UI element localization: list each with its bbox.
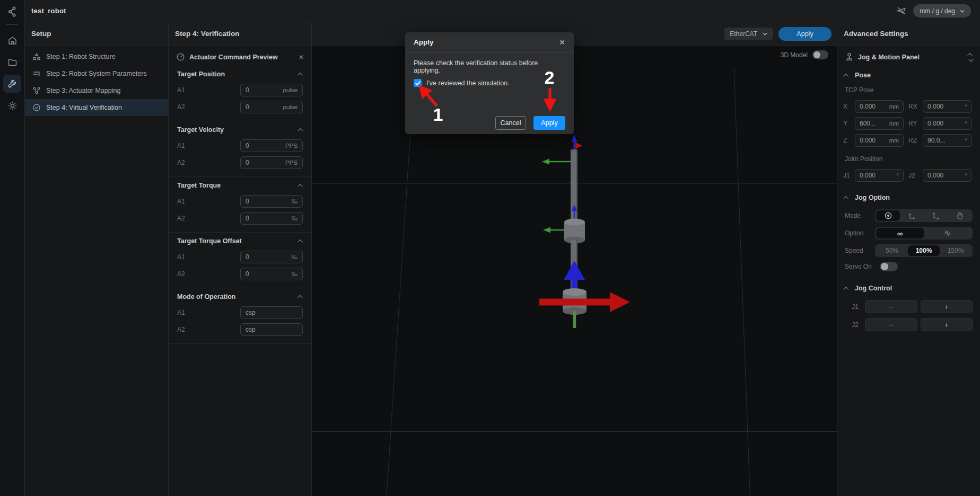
verification-title: Step 4: Verification — [175, 30, 240, 38]
target-position-a1-input[interactable]: 0 pulse — [240, 84, 303, 96]
option-step-segment[interactable] — [924, 228, 972, 238]
speed-100-segment[interactable]: 100% — [908, 245, 940, 256]
mode-joint-jog-segment[interactable] — [876, 210, 900, 221]
tcp-rz-input[interactable]: 90.0... ° — [923, 134, 972, 147]
cancel-button[interactable]: Cancel — [495, 116, 526, 130]
tcp-rx-input[interactable]: 0.000 ° — [923, 100, 972, 113]
tcp-ry-input[interactable]: 0.000 ° — [923, 117, 972, 130]
input-unit: pulse — [283, 87, 298, 93]
chevron-up-icon[interactable] — [298, 295, 303, 300]
speed-50-segment[interactable]: 50% — [876, 245, 908, 256]
actuator-row: A1 0 ‰ — [177, 195, 303, 208]
top-bar: test_robot mm / g / deg — [25, 0, 980, 22]
app-logo-icon — [6, 6, 18, 17]
tcp-z-input[interactable]: 0.000 mm — [855, 134, 904, 147]
jog-option-section-header[interactable]: Jog Option — [837, 189, 980, 205]
folder-icon — [7, 57, 18, 67]
option-label: Option — [845, 229, 875, 237]
j2-minus-button[interactable]: − — [865, 318, 917, 331]
sidebar-item-step3[interactable]: Step 3: Actuator Mapping — [25, 82, 168, 99]
mode-a2-input[interactable]: csp — [240, 323, 303, 336]
structure-icon — [32, 52, 41, 61]
tcp-x-input[interactable]: 0.000 mm — [855, 100, 904, 113]
target-torque-a2-input[interactable]: 0 ‰ — [240, 212, 303, 225]
jog-axis-label: J2 — [845, 321, 862, 329]
wrench-icon — [7, 79, 18, 89]
mode-cartesian-segment[interactable] — [900, 210, 924, 221]
setup-tools-button[interactable] — [3, 75, 21, 93]
left-icon-rail — [0, 0, 25, 496]
mode-label: Mode — [845, 212, 875, 219]
jog-j2-row: J2 − + — [837, 318, 980, 331]
sidebar-item-step4[interactable]: Step 4: Virtual Verification — [25, 99, 168, 116]
chevron-up-icon[interactable] — [298, 128, 303, 133]
target-velocity-a2-input[interactable]: 0 PPS — [240, 156, 303, 169]
input-unit: PPS — [285, 143, 298, 149]
header-apply-button[interactable]: Apply — [778, 27, 832, 41]
target-torque-section: Target Torque A1 0 ‰ A2 0 ‰ — [169, 177, 311, 233]
option-continuous-segment[interactable]: ∞ — [876, 228, 924, 238]
target-torque-offset-a2-input[interactable]: 0 ‰ — [240, 268, 303, 280]
input-value: 0 — [246, 270, 249, 278]
input-unit: ‰ — [292, 271, 298, 277]
tcp-y-input[interactable]: 600... mm — [855, 117, 904, 130]
jog-control-section-header[interactable]: Jog Control — [837, 280, 980, 295]
input-value: 0 — [246, 142, 249, 149]
target-torque-offset-a1-input[interactable]: 0 ‰ — [240, 251, 303, 263]
target-position-a2-input[interactable]: 0 pulse — [240, 101, 303, 113]
joint-j2-input[interactable]: 0.000 ° — [923, 169, 972, 182]
joint-row: J1 0.000 ° J2 0.000 ° — [837, 169, 980, 182]
protocol-dropdown[interactable]: EtherCAT — [724, 28, 773, 40]
tcp-row-z: Z 0.000 mm RZ 90.0... ° — [837, 134, 980, 147]
close-icon[interactable]: ✕ — [299, 54, 304, 61]
collapse-panel-icon[interactable] — [969, 53, 973, 61]
reviewed-checkbox[interactable] — [414, 79, 422, 87]
chevron-up-icon[interactable] — [298, 239, 303, 244]
setup-title: Setup — [31, 30, 51, 38]
actuator-row: A2 0 PPS — [177, 156, 303, 169]
scene-3d[interactable]: 3D Model — [312, 46, 837, 496]
apply-button[interactable]: Apply — [533, 116, 565, 130]
target-torque-a1-input[interactable]: 0 ‰ — [240, 195, 303, 208]
verification-panel-header: Step 4: Verification — [169, 22, 311, 46]
chevron-up-icon[interactable] — [298, 72, 303, 77]
advanced-panel-header: Advanced Settings — [837, 22, 980, 46]
field-label: J1 — [843, 172, 855, 179]
input-unit: pulse — [283, 104, 298, 110]
field-label: RZ — [904, 137, 923, 144]
check-badge-icon — [32, 103, 41, 112]
mode-free-drive-segment[interactable] — [948, 210, 972, 221]
mode-a1-input[interactable]: csp — [240, 306, 303, 319]
home-button[interactable] — [3, 31, 21, 49]
row-label: A2 — [177, 103, 185, 111]
target-velocity-a1-input[interactable]: 0 PPS — [240, 139, 303, 152]
model-toggle[interactable] — [812, 50, 828, 59]
toggle-knob — [813, 51, 820, 58]
j2-plus-button[interactable]: + — [921, 318, 973, 331]
field-unit: ° — [965, 120, 967, 127]
close-icon[interactable]: ✕ — [559, 38, 565, 47]
joint-j1-input[interactable]: 0.000 ° — [855, 169, 904, 182]
speed-150-segment[interactable]: 150% — [940, 245, 972, 256]
projects-button[interactable] — [3, 53, 21, 71]
pose-section-header[interactable]: Pose — [837, 67, 980, 82]
row-label: A1 — [177, 309, 185, 316]
sidebar-item-step1[interactable]: Step 1: Robot Structure — [25, 48, 168, 65]
target-torque-offset-section: Target Torque Offset A1 0 ‰ A2 0 ‰ — [169, 233, 311, 288]
mode-path-segment[interactable] — [924, 210, 948, 221]
j1-plus-button[interactable]: + — [921, 300, 973, 313]
toggle-knob — [881, 263, 888, 270]
settings-button[interactable] — [3, 96, 21, 114]
actuator-row: A2 0 ‰ — [177, 268, 303, 280]
pose-title: Pose — [855, 72, 871, 79]
mapping-icon — [32, 86, 41, 95]
servo-toggle[interactable] — [880, 262, 898, 271]
sidebar-item-step2[interactable]: Step 2: Robot System Parameters — [25, 65, 168, 82]
j1-minus-button[interactable]: − — [865, 300, 917, 313]
row-label: A1 — [177, 253, 185, 261]
axes-icon — [908, 211, 916, 220]
jog-axis-label: J1 — [845, 303, 862, 311]
units-dropdown[interactable]: mm / g / deg — [913, 4, 971, 17]
speed-label: Speed — [845, 247, 875, 254]
chevron-up-icon[interactable] — [298, 183, 303, 189]
